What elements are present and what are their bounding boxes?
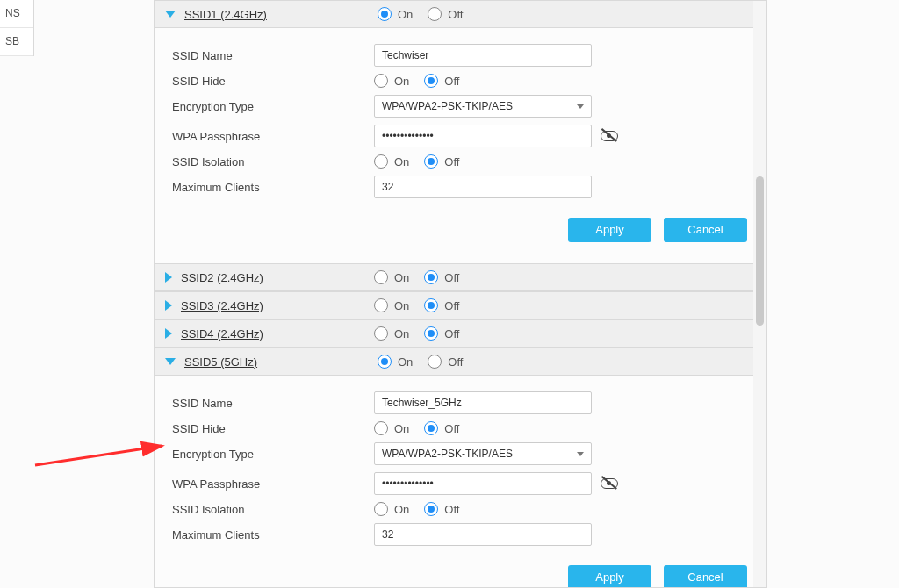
off-label: Off (444, 75, 459, 88)
ssid1-apply-button[interactable]: Apply (568, 218, 651, 242)
ssid3-enable-off[interactable] (424, 298, 438, 312)
ssid5-apply-button[interactable]: Apply (568, 565, 651, 587)
sidebar-item[interactable]: NS (0, 0, 33, 28)
on-label: On (398, 355, 413, 369)
ssid1-name-input[interactable]: Techwiser (374, 44, 592, 67)
on-label: On (394, 155, 409, 169)
ssid1-enable-toggle: On Off (378, 7, 475, 21)
ssid5-isolation-on[interactable] (374, 502, 388, 516)
ssid1-isolation-on[interactable] (374, 154, 388, 169)
scrollbar-thumb[interactable] (756, 176, 764, 326)
ssid1-maxclients-input[interactable]: 32 (374, 176, 592, 198)
chevron-down-icon (165, 358, 176, 365)
show-password-icon[interactable] (601, 130, 618, 142)
ssid5-panel: SSID Name Techwiser_5GHz SSID Hide On Of… (155, 376, 766, 587)
ssid-hide-label: SSID Hide (172, 75, 374, 88)
ssid4-enable-off[interactable] (424, 326, 438, 341)
wpa-passphrase-label: WPA Passphrase (172, 477, 374, 491)
chevron-down-icon (165, 11, 176, 18)
ssid1-encryption-select[interactable]: WPA/WPA2-PSK-TKIP/AES (374, 95, 592, 118)
off-label: Off (444, 155, 459, 169)
ssid5-encryption-select[interactable]: WPA/WPA2-PSK-TKIP/AES (374, 442, 592, 465)
chevron-right-icon (165, 300, 172, 311)
on-label: On (394, 299, 409, 312)
ssid1-enable-on[interactable] (378, 7, 392, 21)
off-label: Off (444, 299, 459, 312)
ssid5-hide-on[interactable] (374, 421, 388, 435)
ssid5-header[interactable]: SSID5 (5GHz) On Off (155, 348, 766, 376)
ssid-hide-label: SSID Hide (172, 422, 374, 435)
ssid4-enable-on[interactable] (374, 326, 388, 341)
ssid1-hide-off[interactable] (424, 74, 438, 88)
off-label: Off (444, 271, 459, 284)
on-label: On (398, 8, 413, 21)
max-clients-label: Maximum Clients (172, 181, 374, 194)
ssid3-enable-on[interactable] (374, 298, 388, 312)
on-label: On (394, 422, 409, 435)
svg-line-0 (35, 446, 162, 465)
ssid1-hide-on[interactable] (374, 74, 388, 88)
ssid1-header[interactable]: SSID1 (2.4GHz) On Off (155, 1, 766, 28)
ssid1-cancel-button[interactable]: Cancel (664, 218, 747, 242)
ssid5-enable-on[interactable] (378, 355, 392, 369)
ssid5-enable-off[interactable] (428, 355, 442, 369)
ssid1-enable-off[interactable] (428, 7, 442, 21)
ssid5-hide-off[interactable] (424, 421, 438, 435)
ssid5-name-input[interactable]: Techwiser_5GHz (374, 391, 592, 414)
chevron-right-icon (165, 328, 172, 339)
ssid1-passphrase-input[interactable]: •••••••••••••• (374, 125, 592, 147)
off-label: Off (444, 327, 459, 341)
ssid5-passphrase-input[interactable]: •••••••••••••• (374, 472, 592, 495)
max-clients-label: Maximum Clients (172, 528, 374, 541)
off-label: Off (444, 422, 459, 435)
ssid-name-label: SSID Name (172, 397, 374, 410)
ssid5-title[interactable]: SSID5 (5GHz) (184, 355, 378, 369)
on-label: On (394, 327, 409, 341)
ssid-isolation-label: SSID Isolation (172, 155, 374, 169)
on-label: On (394, 75, 409, 88)
on-label: On (394, 503, 409, 516)
annotation-arrow (31, 430, 171, 474)
off-label: Off (444, 503, 459, 516)
ssid3-header[interactable]: SSID3 (2.4GHz) On Off (155, 291, 766, 319)
ssid5-isolation-off[interactable] (424, 502, 438, 516)
wpa-passphrase-label: WPA Passphrase (172, 130, 374, 143)
ssid5-cancel-button[interactable]: Cancel (664, 565, 747, 587)
ssid1-isolation-off[interactable] (424, 154, 438, 169)
on-label: On (394, 271, 409, 284)
ssid5-maxclients-input[interactable]: 32 (374, 523, 592, 546)
ssid3-title[interactable]: SSID3 (2.4GHz) (181, 299, 374, 312)
ssid1-panel: SSID Name Techwiser SSID Hide On Off E (155, 28, 766, 263)
ssid4-title[interactable]: SSID4 (2.4GHz) (181, 327, 374, 341)
ssid2-header[interactable]: SSID2 (2.4GHz) On Off (155, 263, 766, 291)
left-sidebar: NS SB (0, 0, 34, 56)
ssid2-enable-on[interactable] (374, 270, 388, 284)
ssid2-title[interactable]: SSID2 (2.4GHz) (181, 271, 374, 284)
chevron-right-icon (165, 272, 172, 283)
scrollbar[interactable] (753, 1, 766, 587)
main-panel: SSID1 (2.4GHz) On Off SSID Name Techwise… (154, 0, 767, 588)
off-label: Off (448, 8, 463, 21)
ssid1-title[interactable]: SSID1 (2.4GHz) (184, 8, 378, 21)
encryption-type-label: Encryption Type (172, 448, 374, 461)
ssid2-enable-off[interactable] (424, 270, 438, 284)
ssid-isolation-label: SSID Isolation (172, 503, 374, 516)
ssid-name-label: SSID Name (172, 49, 374, 62)
off-label: Off (448, 355, 463, 369)
sidebar-item[interactable]: SB (0, 28, 33, 56)
ssid4-header[interactable]: SSID4 (2.4GHz) On Off (155, 319, 766, 348)
show-password-icon[interactable] (601, 477, 618, 490)
encryption-type-label: Encryption Type (172, 100, 374, 113)
